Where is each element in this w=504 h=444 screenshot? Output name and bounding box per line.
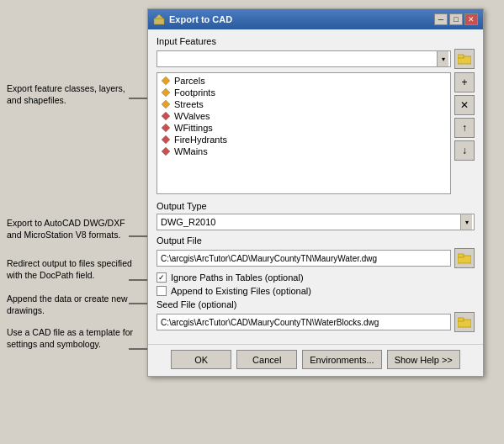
annotation-5: Use a CAD file as a template for setting… — [7, 326, 137, 350]
feature-item[interactable]: Streets — [157, 98, 450, 110]
feature-layer-icon — [161, 99, 171, 109]
title-bar: Export to CAD ─ □ ✕ — [148, 9, 483, 29]
append-existing-checkbox[interactable] — [157, 286, 167, 296]
output-type-combo[interactable]: DWG_R2010 ▾ — [157, 214, 475, 230]
feature-layer-icon — [161, 76, 171, 86]
annotation-1: Export feature classes, layers, and shap… — [7, 82, 137, 106]
ignore-paths-row: ✓ Ignore Paths in Tables (optional) — [157, 272, 475, 283]
svg-marker-20 — [162, 147, 170, 156]
output-file-label: Output File — [157, 235, 475, 246]
svg-marker-14 — [162, 77, 170, 85]
annotation-2: Export to AutoCAD DWG/DXF and MicroStati… — [7, 217, 137, 240]
input-browse-button[interactable] — [454, 49, 475, 69]
feature-item[interactable]: WMains — [157, 145, 450, 157]
add-button[interactable]: + — [454, 72, 475, 92]
annotation-4: Append the data or create new drawings. — [7, 293, 137, 316]
feature-item[interactable]: WFittings — [157, 122, 450, 134]
svg-marker-17 — [162, 112, 170, 120]
maximize-button[interactable]: □ — [449, 13, 463, 25]
svg-marker-15 — [162, 88, 170, 97]
input-features-label: Input Features — [157, 36, 475, 46]
export-to-cad-dialog: Export to CAD ─ □ ✕ Input Features ▾ — [147, 8, 484, 377]
minimize-button[interactable]: ─ — [434, 13, 448, 25]
svg-marker-16 — [162, 100, 170, 108]
seed-file-label: Seed File (optional) — [157, 299, 475, 309]
append-existing-label: Append to Existing Files (optional) — [171, 286, 311, 296]
svg-rect-13 — [458, 55, 464, 58]
output-type-row: DWG_R2010 ▾ — [157, 214, 475, 230]
feature-list[interactable]: ParcelsFootprintsStreetsWValvesWFittings… — [157, 72, 451, 194]
environments-button[interactable]: Environments... — [302, 350, 381, 369]
append-existing-row: Append to Existing Files (optional) — [157, 286, 475, 296]
side-buttons: + ✕ ↑ ↓ — [454, 72, 475, 194]
svg-rect-24 — [458, 318, 464, 321]
feature-layer-icon — [161, 135, 171, 145]
feature-layer-icon — [161, 146, 171, 156]
feature-layer-icon — [161, 111, 171, 121]
seed-file-input[interactable]: C:\arcgis\ArcTutor\CAD\MauryCountyTN\Wat… — [157, 314, 451, 330]
input-features-combo[interactable]: ▾ — [157, 50, 451, 67]
feature-item-name: WFittings — [174, 123, 213, 133]
features-area: ParcelsFootprintsStreetsWValvesWFittings… — [157, 72, 475, 194]
feature-layer-icon — [161, 123, 171, 133]
output-file-row: C:\arcgis\ArcTutor\CAD\MauryCountyTN\Mau… — [157, 248, 475, 268]
output-type-label: Output Type — [157, 201, 475, 211]
feature-item-name: WMains — [174, 146, 208, 156]
feature-item-name: Streets — [174, 99, 204, 109]
output-type-value: DWG_R2010 — [159, 217, 215, 227]
seed-file-row: C:\arcgis\ArcTutor\CAD\MauryCountyTN\Wat… — [157, 312, 475, 332]
close-button[interactable]: ✕ — [464, 13, 478, 25]
ignore-paths-label: Ignore Paths in Tables (optional) — [171, 272, 304, 283]
feature-item[interactable]: FireHydrants — [157, 134, 450, 145]
folder-icon — [458, 53, 471, 65]
dialog-footer: OK Cancel Environments... Show Help >> — [148, 344, 483, 376]
move-up-button[interactable]: ↑ — [454, 118, 475, 138]
svg-marker-11 — [155, 14, 163, 18]
feature-item[interactable]: WValves — [157, 110, 450, 122]
feature-layer-icon — [161, 87, 171, 98]
annotation-3: Redirect output to files specified with … — [7, 257, 137, 281]
seed-browse-button[interactable] — [454, 312, 475, 332]
combo-dropdown-arrow[interactable]: ▾ — [437, 51, 448, 66]
dialog-icon — [153, 13, 165, 25]
remove-button[interactable]: ✕ — [454, 95, 475, 115]
output-file-input[interactable]: C:\arcgis\ArcTutor\CAD\MauryCountyTN\Mau… — [157, 250, 451, 267]
svg-rect-22 — [458, 254, 464, 257]
folder-icon-3 — [458, 316, 471, 328]
svg-marker-18 — [162, 124, 170, 132]
output-type-arrow[interactable]: ▾ — [460, 214, 472, 230]
feature-item[interactable]: Footprints — [157, 87, 450, 98]
ok-button[interactable]: OK — [171, 350, 231, 369]
dialog-title: Export to CAD — [169, 14, 232, 24]
title-bar-left: Export to CAD — [153, 13, 232, 25]
input-features-row: ▾ — [157, 49, 475, 69]
svg-marker-19 — [162, 135, 170, 144]
title-buttons: ─ □ ✕ — [434, 13, 478, 25]
cancel-button[interactable]: Cancel — [236, 350, 297, 369]
show-help-button[interactable]: Show Help >> — [387, 350, 460, 369]
output-browse-button[interactable] — [454, 248, 475, 268]
svg-rect-10 — [154, 18, 164, 24]
folder-icon-2 — [458, 252, 471, 264]
feature-item[interactable]: Parcels — [157, 75, 450, 87]
feature-item-name: Footprints — [174, 87, 215, 98]
feature-item-name: Parcels — [174, 76, 205, 86]
move-down-button[interactable]: ↓ — [454, 140, 475, 161]
dialog-body: Input Features ▾ ParcelsFoot — [148, 29, 483, 344]
feature-item-name: WValves — [174, 111, 210, 121]
ignore-paths-checkbox[interactable]: ✓ — [157, 272, 167, 283]
feature-item-name: FireHydrants — [174, 135, 227, 145]
